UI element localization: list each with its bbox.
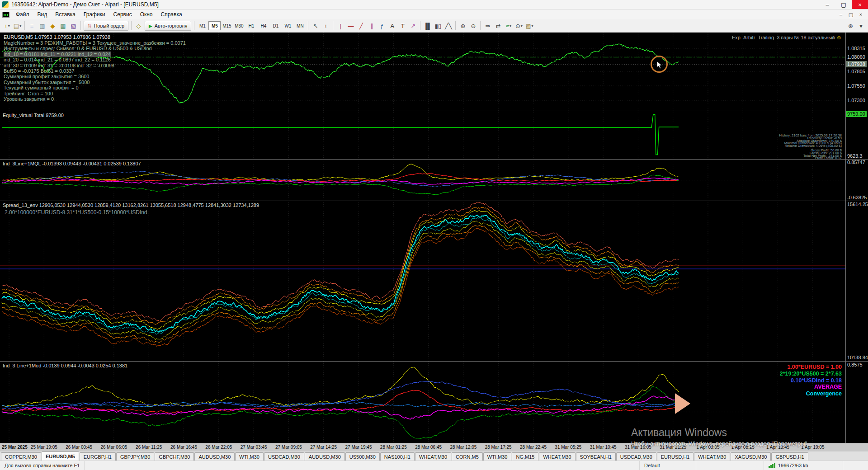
menu-insert[interactable]: Вставка (51, 10, 80, 19)
chart-tab-WHEAT-M30[interactable]: WHEAT,M30 (694, 452, 730, 461)
equidistant-channel-icon[interactable]: ∥ (366, 21, 377, 31)
chart-tab-WHEAT-M30[interactable]: WHEAT,M30 (539, 452, 575, 461)
new-order-button[interactable]: ⇅Новый ордер (84, 21, 128, 31)
expert-name-text: Exp_Arbitr_Trailing_3 пары № 18 актуальн… (732, 35, 835, 40)
price-axis[interactable]: 1.083151.080601.079381.078051.075501.073… (845, 33, 868, 443)
candlestick-chart-icon[interactable]: ▮▯ (433, 21, 443, 31)
timeframe-M5[interactable]: M5 (208, 21, 221, 30)
terminal-icon[interactable]: ▦ (58, 21, 68, 31)
chart-tab-USDCAD-M30[interactable]: USDCAD,M30 (616, 452, 656, 461)
zoom-out-icon[interactable]: ⊖ (468, 21, 478, 31)
minimize-button[interactable]: – (819, 0, 835, 9)
text-label-icon[interactable]: T (397, 21, 408, 31)
timeframe-M1[interactable]: M1 (196, 21, 208, 30)
text-label-glyph: T (401, 23, 405, 29)
line-chart-icon[interactable]: ╱╲ (443, 21, 453, 31)
spread-pane-label: Spread_13_env 12906,0530 12944,0530 1285… (3, 202, 259, 208)
chart-tab-GBPUSD-H1[interactable]: GBPUSD,H1 (771, 452, 808, 461)
chart-area[interactable]: EURUSD,M5 1.07953 1.07953 1.07936 1.0793… (0, 33, 868, 443)
trendline-icon[interactable]: ╱ (356, 21, 366, 31)
chart-system-icon[interactable] (2, 12, 9, 18)
chart-tab-CORN-M5[interactable]: CORN,M5 (452, 452, 483, 461)
templates-icon[interactable]: ▨▾ (524, 21, 534, 31)
chart-tab-EURUSD-M5[interactable]: EURUSD,M5 (42, 451, 79, 461)
timeframe-M15[interactable]: M15 (221, 21, 233, 30)
toolbar-separator (333, 21, 333, 30)
close-button[interactable]: × (852, 0, 868, 9)
chart-tab-EURGBP-H1[interactable]: EURGBP,H1 (80, 452, 116, 461)
timeframe-MN[interactable]: MN (294, 21, 306, 30)
menu-charts[interactable]: Графики (80, 10, 109, 19)
status-empty-cell (696, 461, 764, 470)
time-axis[interactable]: 25 Mar 202525 Mar 19:0526 Mar 00:4526 Ma… (0, 443, 868, 451)
chart-tab-WTI-M30[interactable]: WTI,M30 (483, 452, 512, 461)
price-axis-label: 1.08315 (847, 45, 865, 52)
chart-tab-NG-M15[interactable]: NG,M15 (512, 452, 538, 461)
chart-tab-AUDUSD-M30[interactable]: AUDUSD,M30 (194, 452, 235, 461)
chart-tab-AUDUSD-M30[interactable]: AUDUSD,M30 (305, 452, 345, 461)
menu-view[interactable]: Вид (33, 10, 52, 19)
menu-service[interactable]: Сервис (109, 10, 136, 19)
crosshair-icon[interactable]: + (321, 21, 331, 31)
navigator-icon[interactable]: ◆ (47, 21, 58, 31)
chart-tab-US500-M30[interactable]: US500,M30 (345, 452, 380, 461)
pane-separator[interactable] (0, 159, 868, 160)
toolbar-separator (480, 21, 481, 30)
autotrading-button[interactable]: ▶Авто-торговля (145, 21, 191, 31)
chart-tab-GBPJPY-M30[interactable]: GBPJPY,M30 (116, 452, 154, 461)
timeframe-W1[interactable]: W1 (282, 21, 294, 30)
chart-tab-WTI-M30[interactable]: WTI,M30 (235, 452, 264, 461)
timeframe-D1[interactable]: D1 (269, 21, 282, 30)
autotrading-label: Авто-торговля (155, 23, 188, 28)
data-window-icon[interactable]: ▥ (37, 21, 47, 31)
timeframe-M30[interactable]: M30 (233, 21, 245, 30)
menu-window[interactable]: Окно (136, 10, 157, 19)
chart-tab-USDCAD-M30[interactable]: USDCAD,M30 (264, 452, 304, 461)
pane-separator[interactable] (0, 201, 868, 201)
toolbar-group-zoom: ⊕⊖ (458, 21, 478, 31)
auto-scroll-icon[interactable]: ⇒ (482, 21, 493, 31)
new-chart-glyph: + (4, 23, 8, 29)
legend-line: AVERAGE (780, 384, 842, 390)
timeframe-H4[interactable]: H4 (257, 21, 269, 30)
chart-tab-SOYBEAN-H1[interactable]: SOYBEAN,H1 (576, 452, 616, 461)
chart-tab-XAGUSD-M30[interactable]: XAGUSD,M30 (731, 452, 771, 461)
chart-tab-COPPER-M30[interactable]: COPPER,M30 (1, 452, 41, 461)
mdi-restore-button[interactable]: ▢ (846, 10, 856, 19)
toolbar-group-timeframes: M1M5M15M30H1H4D1W1MN (196, 21, 306, 30)
autotrading-icon: ▶ (149, 24, 152, 28)
zoom-in-icon[interactable]: ⊕ (458, 21, 468, 31)
periods-icon[interactable]: ⊙▾ (514, 21, 524, 31)
chart-tab-EURUSD-H1[interactable]: EURUSD,H1 (657, 452, 694, 461)
pane-separator[interactable] (0, 361, 868, 362)
cursor-icon[interactable]: ↖ (310, 21, 321, 31)
market-search-icon[interactable]: ⊛ (845, 21, 856, 31)
metaeditor-icon[interactable]: ◇ (133, 21, 144, 31)
vertical-line-icon[interactable]: | (335, 21, 345, 31)
chart-tab-NAS100-H1[interactable]: NAS100,H1 (380, 452, 415, 461)
fibonacci-icon[interactable]: ƒ (377, 21, 387, 31)
pane-separator[interactable] (0, 111, 868, 111)
mdi-minimize-button[interactable]: – (836, 10, 846, 19)
chart-shift-icon[interactable]: ⇄ (493, 21, 503, 31)
mdi-close-button[interactable]: × (856, 10, 866, 19)
chart-tab-WHEAT-M30[interactable]: WHEAT,M30 (415, 452, 451, 461)
toolbar-options-icon[interactable]: ▾ (856, 21, 866, 31)
bar-chart-icon[interactable]: ▐▌ (422, 21, 433, 31)
maximize-button[interactable]: ▢ (835, 0, 852, 9)
profiles-icon[interactable]: ▤▾ (12, 21, 23, 31)
horizontal-line-icon[interactable]: — (345, 21, 356, 31)
dropdown-caret-icon: ▾ (521, 24, 523, 28)
new-chart-icon[interactable]: +▾ (2, 21, 12, 31)
text-icon[interactable]: A (387, 21, 397, 31)
market-watch-icon[interactable]: ≡ (27, 21, 37, 31)
status-profile[interactable]: Default (640, 461, 696, 470)
menu-file[interactable]: Файл (12, 10, 33, 19)
arrows-icon[interactable]: ↗ (408, 21, 418, 31)
horizontal-line-glyph: — (348, 23, 354, 29)
timeframe-H1[interactable]: H1 (245, 21, 257, 30)
chart-tab-GBPCHF-M30[interactable]: GBPCHF,M30 (155, 452, 194, 461)
indicators-icon[interactable]: ≈▾ (503, 21, 514, 31)
menu-help[interactable]: Справка (157, 10, 186, 19)
strategy-tester-icon[interactable]: ▧ (68, 21, 79, 31)
